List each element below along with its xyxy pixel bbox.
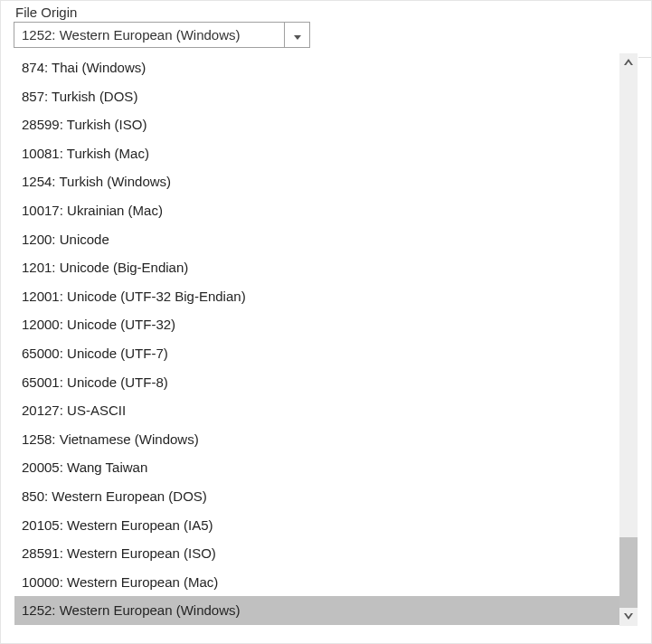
file-origin-dropdown[interactable]: 1252: Western European (Windows) — [14, 22, 310, 48]
list-item[interactable]: 20105: Western European (IA5) — [14, 511, 619, 540]
list-item[interactable]: 1258: Vietnamese (Windows) — [14, 425, 619, 454]
list-item[interactable]: 65001: Unicode (UTF-8) — [14, 368, 619, 397]
file-origin-label: File Origin — [14, 5, 638, 20]
chevron-down-icon — [622, 610, 635, 625]
scrollbar[interactable] — [619, 53, 638, 626]
divider — [638, 57, 651, 58]
list-item[interactable]: 1201: Unicode (Big-Endian) — [14, 253, 619, 282]
list-item[interactable]: 850: Western European (DOS) — [14, 482, 619, 511]
list-item[interactable]: 20127: US-ASCII — [14, 396, 619, 425]
list-item[interactable]: 10000: Western European (Mac) — [14, 568, 619, 597]
scroll-down-button[interactable] — [619, 608, 638, 626]
list-item[interactable]: 874: Thai (Windows) — [14, 53, 619, 82]
list-item[interactable]: 1254: Turkish (Windows) — [14, 167, 619, 196]
list-item[interactable]: 28599: Turkish (ISO) — [14, 110, 619, 139]
list-item[interactable]: 1200: Unicode — [14, 225, 619, 254]
list-item[interactable]: 10017: Ukrainian (Mac) — [14, 196, 619, 225]
list-items-container: 874: Thai (Windows)857: Turkish (DOS)285… — [14, 53, 619, 626]
dropdown-selected-value: 1252: Western European (Windows) — [22, 27, 241, 43]
list-item[interactable]: 65000: Unicode (UTF-7) — [14, 339, 619, 368]
list-item[interactable]: 12000: Unicode (UTF-32) — [14, 310, 619, 339]
chevron-down-icon — [294, 27, 301, 43]
list-item[interactable]: 28591: Western European (ISO) — [14, 539, 619, 568]
chevron-up-icon — [622, 55, 635, 71]
scroll-track[interactable] — [619, 71, 638, 608]
dropdown-trigger[interactable] — [284, 23, 309, 47]
list-item[interactable]: 857: Turkish (DOS) — [14, 82, 619, 111]
scroll-up-button[interactable] — [619, 53, 638, 71]
list-item[interactable]: 1252: Western European (Windows) — [14, 596, 619, 625]
dropdown-list: 874: Thai (Windows)857: Turkish (DOS)285… — [14, 53, 638, 626]
list-item[interactable]: 20005: Wang Taiwan — [14, 453, 619, 482]
list-item[interactable]: 12001: Unicode (UTF-32 Big-Endian) — [14, 282, 619, 311]
scroll-thumb[interactable] — [619, 537, 638, 608]
list-item[interactable]: 10081: Turkish (Mac) — [14, 139, 619, 168]
